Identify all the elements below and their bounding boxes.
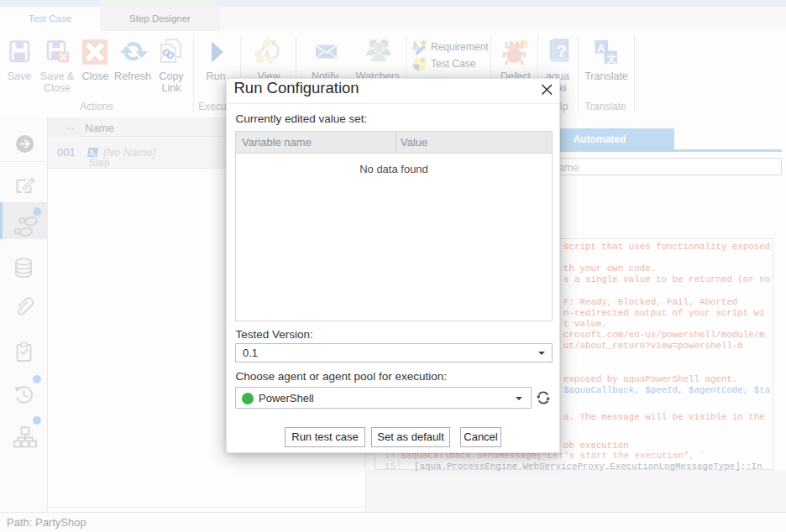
svg-text:?: ? — [557, 42, 567, 60]
svg-text:文: 文 — [607, 54, 617, 64]
